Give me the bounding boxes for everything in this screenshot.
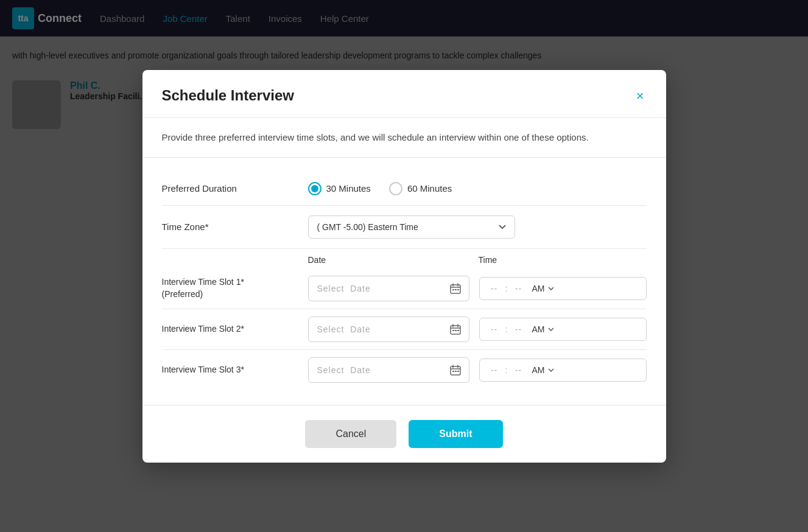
modal-title: Schedule Interview — [162, 87, 294, 104]
timezone-label: Time Zone* — [162, 222, 308, 232]
slot-1-time-wrapper: -- : -- AM PM — [479, 277, 647, 300]
radio-group-duration: 30 Minutes 60 Minutes — [308, 182, 452, 195]
slot-1-ampm-select[interactable]: AM PM — [532, 284, 555, 293]
time-col-header: Time — [479, 255, 647, 265]
slot-2-inputs: -- : -- AM PM — [308, 317, 647, 342]
svg-rect-6 — [457, 289, 459, 290]
svg-rect-11 — [452, 330, 454, 331]
slot-1-date-wrapper — [308, 276, 469, 301]
cancel-button[interactable]: Cancel — [305, 420, 396, 448]
svg-rect-12 — [455, 330, 457, 331]
radio-circle-30 — [308, 182, 321, 195]
slot-1-inputs: -- : -- AM PM — [308, 276, 647, 301]
submit-button[interactable]: Submit — [409, 420, 502, 448]
timezone-select[interactable]: ( GMT -5.00) Eastern Time (GMT -6.00) Ce… — [308, 215, 515, 239]
slot-3-date-input[interactable] — [309, 358, 442, 382]
date-col-header: Date — [308, 255, 479, 265]
slot-1-hours: -- — [487, 284, 502, 293]
calendar-icon-3 — [449, 364, 462, 376]
slot-row-2: Interview Time Slot 2* — [162, 309, 647, 350]
slot-2-colon: : — [505, 324, 508, 334]
radio-label-60: 60 Minutes — [407, 183, 452, 194]
slot-3-inputs: -- : -- AM PM — [308, 357, 647, 383]
slots-header-labels: Date Time — [308, 255, 647, 265]
slots-header-row: Date Time — [162, 249, 647, 268]
radio-30-minutes[interactable]: 30 Minutes — [308, 182, 371, 195]
slot-1-colon: : — [505, 284, 508, 293]
svg-rect-19 — [455, 371, 457, 372]
slot-2-minutes: -- — [511, 324, 525, 334]
radio-60-minutes[interactable]: 60 Minutes — [389, 182, 452, 195]
svg-rect-13 — [457, 330, 459, 331]
svg-rect-5 — [455, 289, 457, 290]
svg-rect-18 — [452, 371, 454, 372]
modal-header: Schedule Interview × — [142, 70, 666, 118]
duration-controls: 30 Minutes 60 Minutes — [308, 182, 647, 195]
slot-1-label: Interview Time Slot 1* (Preferred) — [162, 276, 308, 300]
slot-2-ampm-select[interactable]: AM PM — [532, 324, 555, 334]
slot-2-date-input[interactable] — [309, 317, 442, 341]
preferred-duration-row: Preferred Duration 30 Minutes 60 Minutes — [162, 172, 647, 206]
radio-label-30: 30 Minutes — [326, 183, 371, 194]
modal-footer: Cancel Submit — [142, 405, 666, 463]
slot-3-label: Interview Time Slot 3* — [162, 364, 308, 376]
timezone-row: Time Zone* ( GMT -5.00) Eastern Time (GM… — [162, 206, 647, 249]
slot-2-title: Interview Time Slot 2* — [162, 323, 308, 335]
slot-1-subtitle: (Preferred) — [162, 289, 308, 301]
close-button[interactable]: × — [634, 87, 647, 105]
slot-2-label: Interview Time Slot 2* — [162, 323, 308, 335]
svg-rect-20 — [457, 371, 459, 372]
modal-body: Preferred Duration 30 Minutes 60 Minutes — [142, 158, 666, 405]
schedule-interview-modal: Schedule Interview × Provide three prefe… — [142, 70, 666, 463]
slot-3-time-wrapper: -- : -- AM PM — [479, 359, 647, 382]
slot-row-3: Interview Time Slot 3* — [162, 350, 647, 390]
slot-3-date-wrapper — [308, 357, 469, 383]
slot-3-title: Interview Time Slot 3* — [162, 364, 308, 376]
calendar-icon-1 — [449, 282, 462, 295]
slot-2-calendar-button[interactable] — [442, 317, 469, 341]
radio-circle-60 — [389, 182, 402, 195]
slot-1-date-input[interactable] — [309, 276, 442, 301]
slot-3-colon: : — [505, 365, 508, 375]
slot-1-title: Interview Time Slot 1* — [162, 276, 308, 289]
slot-3-calendar-button[interactable] — [442, 358, 469, 382]
preferred-duration-label: Preferred Duration — [162, 183, 308, 194]
slot-3-ampm-select[interactable]: AM PM — [532, 365, 555, 375]
slot-row-1: Interview Time Slot 1* (Preferred) — [162, 268, 647, 309]
slot-3-minutes: -- — [511, 365, 525, 375]
timezone-controls: ( GMT -5.00) Eastern Time (GMT -6.00) Ce… — [308, 215, 647, 239]
slot-1-minutes: -- — [511, 284, 525, 293]
modal-overlay: Schedule Interview × Provide three prefe… — [0, 0, 808, 532]
slot-2-time-wrapper: -- : -- AM PM — [479, 318, 647, 341]
modal-description: Provide three preferred interview time s… — [142, 118, 666, 158]
slot-2-hours: -- — [487, 324, 502, 334]
slot-1-calendar-button[interactable] — [442, 276, 469, 301]
slot-2-date-wrapper — [308, 317, 469, 342]
calendar-icon-2 — [449, 323, 462, 335]
svg-rect-4 — [452, 289, 454, 290]
slot-3-hours: -- — [487, 365, 502, 375]
